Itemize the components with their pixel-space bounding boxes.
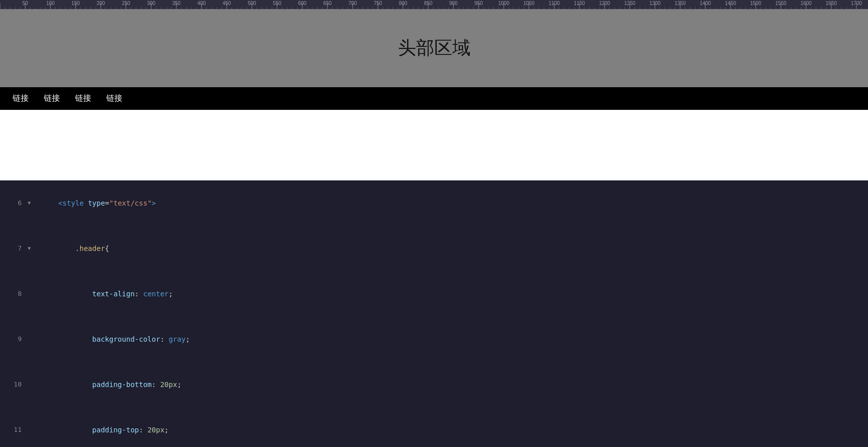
nav-link-4[interactable]: 链接: [99, 88, 130, 109]
nav-link-1[interactable]: 链接: [5, 88, 36, 109]
nav-link-2[interactable]: 链接: [36, 88, 68, 109]
preview-nav: 链接 链接 链接 链接: [0, 87, 868, 110]
nav-link-3[interactable]: 链接: [68, 88, 99, 109]
preview-content: [0, 110, 868, 180]
code-line-9: 9 background-color: gray;: [0, 316, 868, 362]
preview-header: 头部区域: [0, 9, 868, 87]
code-line-8: 8 text-align: center;: [0, 271, 868, 316]
code-line-11: 11 padding-top: 20px;: [0, 407, 868, 447]
ruler-canvas: [0, 0, 868, 9]
code-line-6: 6 ▼ <style type="text/css">: [0, 180, 868, 226]
ruler: [0, 0, 868, 9]
code-line-10: 10 padding-bottom: 20px;: [0, 362, 868, 407]
preview-header-text: 头部区域: [398, 36, 471, 60]
code-line-7: 7 ▼ .header{: [0, 226, 868, 271]
preview-area: 头部区域 链接 链接 链接 链接: [0, 9, 868, 180]
code-editor[interactable]: 6 ▼ <style type="text/css"> 7 ▼ .header{…: [0, 180, 868, 447]
